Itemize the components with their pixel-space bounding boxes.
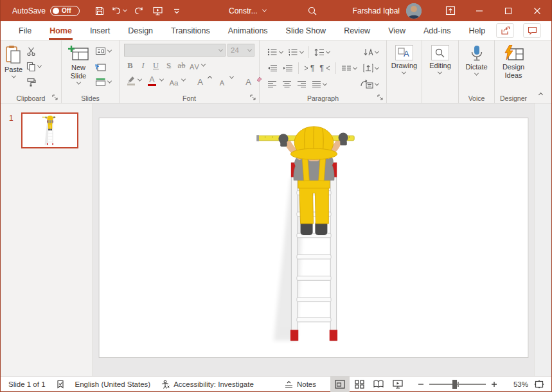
reset-slide-button[interactable] — [93, 60, 113, 73]
paste-button[interactable]: Paste — [3, 44, 24, 80]
comments-button[interactable] — [523, 23, 541, 38]
tab-home[interactable]: Home — [49, 21, 73, 40]
zoom-level[interactable]: 53% — [504, 380, 528, 388]
slide-thumbnail-panel[interactable]: 1 — [1, 103, 93, 376]
text-direction-button[interactable] — [361, 46, 380, 58]
strikethrough-button[interactable]: ab — [175, 58, 188, 72]
underline-button[interactable]: U — [150, 58, 162, 72]
justify-icon — [312, 80, 321, 88]
font-name-combobox[interactable] — [124, 44, 226, 57]
bold-button[interactable]: B — [124, 58, 136, 72]
zoom-out-button[interactable] — [415, 377, 427, 392]
design-ideas-button[interactable]: Design Ideas — [497, 44, 530, 81]
align-right-button[interactable] — [295, 78, 308, 91]
align-left-button[interactable] — [265, 78, 279, 91]
vertical-scrollbar[interactable] — [534, 103, 551, 376]
align-text-button[interactable] — [361, 62, 380, 75]
search-button[interactable] — [298, 0, 327, 21]
redo-button[interactable] — [130, 3, 147, 19]
paragraph-dialog-launcher[interactable] — [377, 94, 384, 101]
collapse-ribbon-button[interactable] — [539, 93, 543, 97]
new-slide-label: New Slide — [66, 64, 91, 80]
format-painter-button[interactable] — [24, 76, 43, 88]
dictate-button[interactable]: Dictate — [463, 44, 489, 77]
align-center-button[interactable] — [280, 78, 294, 91]
justify-button[interactable] — [310, 78, 328, 91]
tab-animations[interactable]: Animations — [227, 21, 269, 40]
reset-icon — [95, 62, 106, 71]
decrease-indent-button[interactable] — [265, 62, 280, 75]
spell-check-icon — [56, 380, 65, 389]
spell-check-button[interactable] — [51, 377, 70, 391]
tab-slide-show[interactable]: Slide Show — [285, 21, 327, 40]
minimize-button[interactable] — [465, 0, 494, 21]
tab-add-ins[interactable]: Add-ins — [423, 21, 451, 40]
share-button[interactable] — [496, 23, 514, 38]
font-size-combobox[interactable]: 24 — [227, 44, 254, 57]
cut-button[interactable] — [24, 45, 43, 57]
tab-insert[interactable]: Insert — [89, 21, 111, 40]
font-color-button[interactable]: A — [144, 74, 165, 86]
new-slide-button[interactable]: New Slide — [64, 44, 93, 86]
text-shadow-button[interactable]: S — [163, 58, 175, 72]
editing-button[interactable]: Editing — [427, 44, 453, 76]
document-title[interactable]: Constr... — [229, 0, 266, 21]
ribbon-display-options-button[interactable] — [436, 0, 465, 21]
start-slideshow-button[interactable] — [149, 3, 166, 19]
construction-worker-clipart[interactable] — [253, 122, 375, 348]
slide-canvas[interactable] — [99, 118, 529, 358]
tab-file[interactable]: File — [18, 21, 32, 40]
tab-view[interactable]: View — [387, 21, 406, 40]
font-dialog-launcher[interactable] — [250, 94, 256, 101]
editing-canvas[interactable] — [93, 103, 534, 376]
language-button[interactable]: English (United States) — [70, 377, 156, 391]
align-text-dropdown-icon — [375, 65, 379, 69]
reading-view-button[interactable] — [369, 377, 388, 392]
maximize-button[interactable] — [494, 0, 522, 21]
increase-font-size-button[interactable]: A — [192, 74, 213, 86]
increase-indent-button[interactable] — [281, 62, 295, 75]
clipboard-dialog-launcher[interactable] — [52, 94, 58, 101]
zoom-slider-handle[interactable] — [452, 380, 457, 389]
customize-qat-button[interactable] — [168, 3, 185, 19]
save-button[interactable] — [91, 3, 108, 19]
section-button[interactable] — [93, 76, 113, 88]
copy-button[interactable] — [24, 60, 43, 73]
paste-dropdown-icon — [12, 74, 16, 78]
numbering-button[interactable] — [286, 46, 305, 58]
left-to-right-button[interactable]: ¶ — [302, 62, 316, 75]
tab-help[interactable]: Help — [468, 21, 486, 40]
user-name[interactable]: Farshad Iqbal — [353, 6, 400, 15]
fit-slide-button[interactable] — [531, 377, 548, 392]
columns-button[interactable] — [339, 62, 359, 75]
line-spacing-button[interactable] — [312, 46, 332, 58]
decrease-font-size-button[interactable]: A — [214, 74, 235, 86]
normal-view-button[interactable] — [330, 377, 350, 392]
slideshow-view-button[interactable] — [388, 377, 407, 392]
slide-thumbnail-1[interactable] — [21, 112, 78, 148]
accessibility-checker-button[interactable]: Accessibility: Investigate — [156, 377, 259, 391]
autosave-switch[interactable]: Off — [50, 6, 80, 16]
zoom-in-button[interactable] — [488, 377, 500, 392]
undo-button[interactable] — [111, 3, 127, 19]
change-case-button[interactable]: Aa — [166, 74, 187, 86]
character-spacing-button[interactable]: AV — [188, 58, 201, 72]
convert-to-smartart-button[interactable] — [359, 78, 380, 91]
user-avatar[interactable] — [406, 3, 422, 19]
bullets-button[interactable] — [265, 46, 285, 58]
slide-sorter-view-button[interactable] — [350, 377, 369, 392]
close-button[interactable] — [522, 0, 551, 21]
tab-design[interactable]: Design — [127, 21, 154, 40]
notes-button[interactable]: Notes — [279, 377, 321, 391]
voice-group-label: Voice — [459, 94, 494, 102]
autosave-toggle[interactable]: AutoSave Off — [12, 6, 80, 16]
highlight-color-button[interactable] — [124, 74, 143, 86]
right-to-left-button[interactable]: ¶ — [317, 62, 332, 75]
italic-button[interactable]: I — [137, 58, 149, 72]
notes-label: Notes — [297, 380, 316, 388]
zoom-slider[interactable] — [429, 377, 486, 392]
slide-layout-button[interactable] — [93, 45, 113, 57]
tab-review[interactable]: Review — [343, 21, 371, 40]
drawing-button[interactable]: A Drawing — [389, 44, 419, 76]
tab-transitions[interactable]: Transitions — [170, 21, 211, 40]
